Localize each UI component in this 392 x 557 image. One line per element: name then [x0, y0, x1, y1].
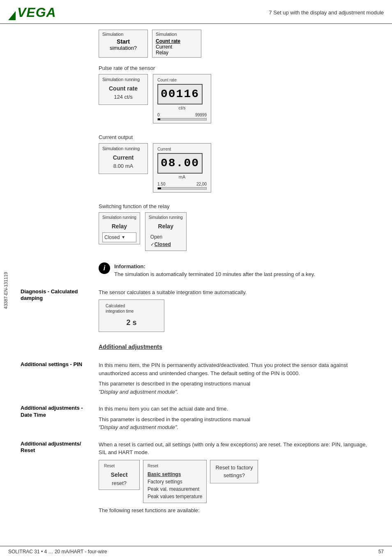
simulation-pair: Simulation Start simulation? Simulation … — [99, 30, 376, 58]
pin-section: Additional settings - PIN In this menu i… — [12, 361, 384, 398]
reset-option-factory[interactable]: Factory settings — [148, 478, 202, 485]
reset-following: The following reset functions are availa… — [99, 506, 376, 515]
current-output-label: Current output — [99, 133, 376, 142]
relay-dropdown[interactable]: Closed ▼ — [102, 232, 136, 242]
current-output-section: Current output Simulation running Curren… — [12, 130, 384, 193]
reset-boxes-row: Reset Select reset? Reset Basic settings… — [99, 460, 376, 503]
pulse-rate-display: Count rate 00116 ct/s 0 99999 — [153, 74, 211, 124]
pin-italic: "Display and adjustment module". — [99, 389, 178, 395]
calc-integration-box: Calculated integration time 2 s — [99, 299, 164, 332]
reset-label-area: Additional adjustments/ Reset — [12, 441, 99, 517]
datetime-italic: "Display and adjustment module". — [99, 424, 178, 430]
current-scale-bar — [157, 187, 207, 190]
additional-heading: Additional adjustments — [99, 343, 376, 351]
pulse-rate-boxes: Simulation running Count rate 124 ct/s C… — [99, 74, 376, 124]
reset-label2: Reset — [21, 447, 35, 453]
info-section: i Information: The simulation is automat… — [12, 258, 384, 282]
pulse-rate-label: Pulse rate of the sensor — [99, 64, 376, 72]
relay-label: Switching function of the relay — [99, 202, 376, 211]
current-display: Current 08.00 mA 1.50 22,00 — [153, 143, 211, 193]
simulation-boxes-row: Simulation Start simulation? Simulation … — [99, 30, 384, 58]
info-title: Information: — [114, 263, 145, 269]
dropdown-arrow-icon: ▼ — [121, 234, 125, 240]
footer-left: SOLITRAC 31 • 4 … 20 mA/HART - four-wire — [8, 549, 107, 555]
relay-section: Switching function of the relay Simulati… — [12, 199, 384, 251]
reset-factory-box: Reset to factory settings? — [210, 460, 258, 483]
diagnosis-label-area: Diagnosis - Calculated damping — [12, 288, 99, 332]
relay-right-box: Simulation running Relay Open ✓Closed — [145, 212, 187, 251]
reset-option-peak-val[interactable]: Peak val. measurement — [148, 485, 202, 493]
diagnosis-description: The sensor calculates a suitable integra… — [99, 288, 376, 297]
footer-right: 57 — [378, 549, 384, 555]
datetime-label-area: Additional adjustments - Date Time — [12, 405, 99, 434]
simulation-menu-box: Simulation Count rate Current Relay — [152, 30, 201, 58]
diagnosis-label2: damping — [21, 295, 43, 301]
relay-left-box: Simulation running Relay Closed ▼ — [99, 212, 140, 244]
pulse-rate-spacer — [12, 61, 99, 123]
reset-text: When a reset is carried out, all setting… — [99, 441, 376, 457]
page-title: 7 Set up with the display and adjustment… — [269, 9, 384, 16]
document-id: 43387-EN-131119 — [3, 272, 8, 309]
relay-boxes: Simulation running Relay Closed ▼ Simula… — [99, 212, 376, 251]
page-footer: SOLITRAC 31 • 4 … 20 mA/HART - four-wire… — [0, 546, 392, 557]
page-header: VEGA 7 Set up with the display and adjus… — [0, 0, 392, 24]
pin-text1: In this menu item, the PIN is permanentl… — [99, 361, 376, 377]
info-spacer — [12, 258, 99, 282]
current-output-boxes: Simulation running Current 8.00 mA Curre… — [99, 143, 376, 193]
additional-heading-row: Additional adjustments — [12, 339, 384, 355]
reset-option-basic[interactable]: Basic settings — [148, 471, 202, 478]
calc-value: 2 s — [106, 317, 157, 328]
reset-options-box: Reset Basic settings Factory settings Pe… — [143, 460, 207, 503]
datetime-text1: In this menu item you can set the actual… — [99, 405, 376, 413]
datetime-section: Additional adjustments - Date Time In th… — [12, 405, 384, 434]
datetime-text2: This parameter is described in the opera… — [99, 416, 250, 422]
datetime-label: Additional adjustments - Date Time — [21, 405, 83, 418]
current-running-box: Simulation running Current 8.00 mA — [99, 143, 148, 174]
reset-option-peak-temp[interactable]: Peak values temperature — [148, 493, 202, 500]
diagnosis-label1: Diagnosis - Calculated — [21, 288, 78, 295]
simulation-intro-row: Simulation Start simulation? Simulation … — [12, 30, 384, 58]
simulation-spacer — [12, 30, 99, 58]
pin-label-area: Additional settings - PIN — [12, 361, 99, 398]
simulation-start-box: Simulation Start simulation? — [99, 30, 148, 58]
logo: VEGA — [8, 5, 56, 20]
reset-select-box: Reset Select reset? — [99, 460, 140, 490]
pulse-rate-section: Pulse rate of the sensor Simulation runn… — [12, 61, 384, 123]
relay-spacer — [12, 199, 99, 251]
pulse-rate-scale-bar — [157, 118, 207, 121]
info-body: The simulation is automatically terminat… — [114, 271, 315, 277]
diagnosis-section: Diagnosis - Calculated damping The senso… — [12, 288, 384, 332]
info-icon: i — [99, 262, 110, 274]
reset-label1: Additional adjustments/ — [21, 441, 81, 447]
reset-section: Additional adjustments/ Reset When a res… — [12, 441, 384, 517]
pin-text2: This parameter is described in the opera… — [99, 381, 250, 387]
pulse-rate-running-box: Simulation running Count rate 124 ct/s — [99, 74, 148, 105]
current-output-spacer — [12, 130, 99, 193]
